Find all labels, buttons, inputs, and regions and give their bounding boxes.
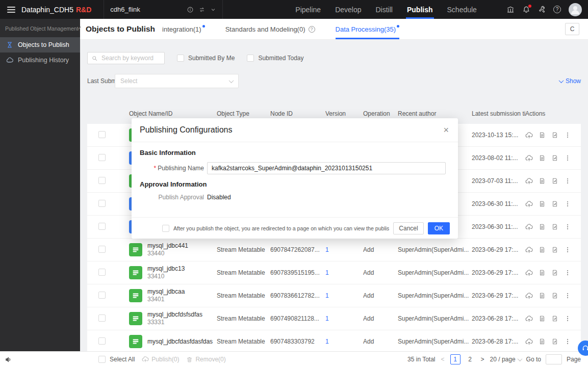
- log-action-icon[interactable]: [539, 200, 546, 207]
- nav-schedule[interactable]: Schedule: [440, 0, 484, 19]
- record-action-icon[interactable]: [551, 246, 558, 253]
- publish-action-icon[interactable]: [525, 315, 533, 323]
- more-actions-icon[interactable]: [564, 246, 571, 253]
- log-action-icon[interactable]: [539, 132, 546, 139]
- next-page-button[interactable]: >: [480, 356, 485, 363]
- tab-help-icon[interactable]: ?: [309, 26, 315, 33]
- version-link[interactable]: 1: [325, 315, 329, 322]
- tab-integration[interactable]: integration(1): [162, 19, 205, 39]
- log-action-icon[interactable]: [539, 154, 546, 162]
- row-checkbox[interactable]: [98, 314, 106, 322]
- checkbox[interactable]: [98, 356, 106, 363]
- publish-action-icon[interactable]: [525, 200, 533, 208]
- object-name[interactable]: mysql_jdbcaa: [147, 288, 185, 296]
- publish-action-icon[interactable]: [525, 177, 533, 185]
- record-action-icon[interactable]: [551, 177, 558, 185]
- record-action-icon[interactable]: [551, 223, 558, 230]
- more-actions-icon[interactable]: [564, 200, 571, 207]
- redirect-checkbox[interactable]: [162, 225, 169, 232]
- remove-button[interactable]: Remove(0): [186, 356, 225, 363]
- tab-standards-and-modeling[interactable]: Standards and Modeling(0) ?: [225, 19, 315, 39]
- more-actions-icon[interactable]: [564, 338, 571, 345]
- publish-action-icon[interactable]: [525, 246, 533, 254]
- tab-data-processing[interactable]: Data Processing(35): [336, 19, 400, 39]
- object-name[interactable]: mysql_jdbcfdasfdasfdas: [147, 338, 213, 346]
- more-actions-icon[interactable]: [564, 292, 571, 299]
- info-icon[interactable]: [187, 6, 194, 13]
- nav-develop[interactable]: Develop: [328, 0, 368, 19]
- publish-button[interactable]: Publish(0): [142, 356, 179, 363]
- nav-publish[interactable]: Publish: [400, 0, 440, 19]
- more-actions-icon[interactable]: [564, 154, 571, 162]
- show-filters-link[interactable]: Show: [559, 77, 581, 85]
- version-link[interactable]: 1: [325, 292, 329, 299]
- checkbox[interactable]: [247, 55, 254, 62]
- select-all-checkbox[interactable]: Select All: [98, 356, 135, 363]
- prev-page-button[interactable]: <: [440, 356, 446, 363]
- env-switch-icon[interactable]: [198, 6, 206, 13]
- sidebar-item-objects-to-publish[interactable]: Objects to Publish: [0, 37, 80, 53]
- row-checkbox[interactable]: [98, 223, 106, 230]
- last-submitted-select[interactable]: Select: [115, 74, 239, 88]
- version-link[interactable]: 1: [325, 269, 329, 276]
- search-input[interactable]: [100, 54, 161, 62]
- submitted-today-checkbox[interactable]: Submitted Today: [247, 55, 303, 62]
- object-name[interactable]: mysql_jdbcfdsfsdfas: [147, 311, 202, 319]
- hamburger-menu-icon[interactable]: [7, 7, 15, 13]
- page-size-select[interactable]: 20 / page: [490, 356, 522, 363]
- cancel-button[interactable]: Cancel: [393, 222, 423, 234]
- record-action-icon[interactable]: [551, 338, 558, 345]
- tools-wrench-icon[interactable]: [538, 6, 546, 13]
- log-action-icon[interactable]: [539, 177, 546, 185]
- row-checkbox[interactable]: [98, 154, 106, 161]
- sidebar-group-published-object-management[interactable]: Published Object Management: [0, 19, 80, 37]
- record-action-icon[interactable]: [551, 269, 558, 276]
- page-number-2[interactable]: 2: [465, 354, 475, 364]
- record-action-icon[interactable]: [551, 315, 558, 322]
- publish-action-icon[interactable]: [525, 338, 533, 346]
- workbench-icon[interactable]: [506, 6, 515, 14]
- close-icon[interactable]: ×: [442, 125, 450, 135]
- notification-bell-icon[interactable]: [522, 6, 530, 14]
- row-checkbox[interactable]: [98, 246, 106, 253]
- publish-action-icon[interactable]: [525, 269, 533, 277]
- more-actions-icon[interactable]: [564, 177, 571, 185]
- object-name[interactable]: mysql_jdbc441: [147, 242, 188, 250]
- publish-action-icon[interactable]: [525, 223, 533, 231]
- more-actions-icon[interactable]: [564, 132, 571, 139]
- refresh-button[interactable]: C: [565, 23, 579, 35]
- submitted-by-me-checkbox[interactable]: Submitted By Me: [177, 55, 235, 62]
- row-checkbox[interactable]: [98, 200, 106, 207]
- checkbox[interactable]: [177, 55, 184, 62]
- nav-pipeline[interactable]: Pipeline: [288, 0, 328, 19]
- collapse-sidebar-icon[interactable]: [5, 356, 12, 363]
- nav-distill[interactable]: Distill: [369, 0, 400, 19]
- log-action-icon[interactable]: [539, 292, 546, 299]
- project-selector[interactable]: cdh6_flink: [104, 0, 223, 19]
- log-action-icon[interactable]: [539, 338, 546, 345]
- page-number-1[interactable]: 1: [450, 354, 461, 364]
- user-avatar[interactable]: [569, 3, 582, 16]
- row-checkbox[interactable]: [98, 131, 106, 138]
- row-checkbox[interactable]: [98, 177, 106, 184]
- record-action-icon[interactable]: [551, 200, 558, 207]
- version-link[interactable]: 1: [325, 246, 329, 253]
- ok-button[interactable]: OK: [428, 222, 450, 234]
- object-name[interactable]: mysql_jdbc13: [147, 265, 185, 273]
- row-checkbox[interactable]: [98, 337, 106, 345]
- more-actions-icon[interactable]: [564, 223, 571, 230]
- more-actions-icon[interactable]: [564, 315, 571, 322]
- log-action-icon[interactable]: [539, 269, 546, 276]
- publish-action-icon[interactable]: [525, 292, 533, 300]
- record-action-icon[interactable]: [551, 292, 558, 299]
- record-action-icon[interactable]: [551, 154, 558, 162]
- log-action-icon[interactable]: [539, 223, 546, 230]
- log-action-icon[interactable]: [539, 315, 546, 322]
- publishing-name-input[interactable]: [207, 162, 446, 174]
- record-action-icon[interactable]: [551, 132, 558, 139]
- row-checkbox[interactable]: [98, 269, 106, 276]
- help-icon[interactable]: ?: [553, 6, 561, 13]
- sidebar-item-publishing-history[interactable]: Publishing History: [0, 53, 80, 68]
- goto-page-input[interactable]: [546, 354, 562, 364]
- publish-action-icon[interactable]: [525, 154, 533, 162]
